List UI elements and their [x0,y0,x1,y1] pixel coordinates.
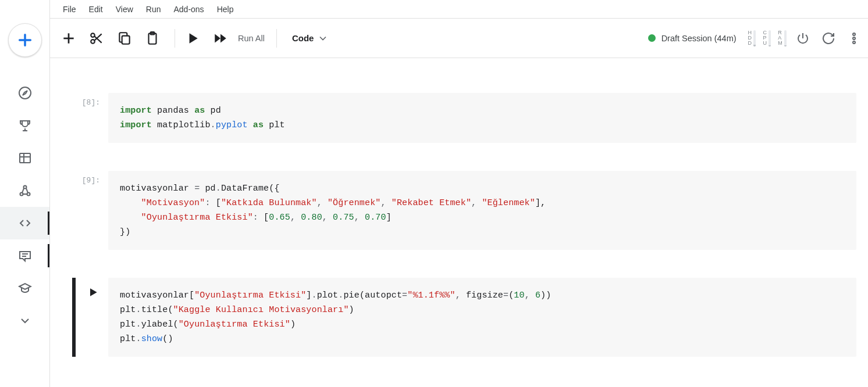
code-cell: [8]:import pandas as pd import matplotli… [50,93,868,171]
menu-bar: File Edit View Run Add-ons Help [50,0,868,18]
fast-forward-icon [213,31,228,46]
sidebar-item-discussions[interactable] [0,239,49,272]
more-vertical-icon [847,31,861,45]
sidebar-item-models[interactable] [0,174,49,207]
cell-type-label: Code [292,33,314,43]
ram-meter[interactable]: RAM [778,30,787,46]
hdd-meter[interactable]: HDD [748,30,756,46]
sidebar-item-code[interactable] [0,207,49,239]
paste-icon [145,31,160,46]
toolbar-separator [175,29,175,48]
code-input[interactable]: motivasyonlar["Oyunlaştırma Etkisi"].plo… [108,278,856,357]
power-button[interactable] [790,26,816,51]
cpu-meter[interactable]: CPU [763,30,771,46]
run-all-button[interactable]: Run All [237,34,271,43]
menu-help[interactable]: Help [211,2,240,16]
sidebar-item-learn[interactable] [0,272,49,304]
code-cell: [9]:motivasyonlar = pd.DataFrame({ "Moti… [50,171,868,278]
plus-icon [61,31,76,46]
svg-point-0 [19,87,31,99]
menu-run[interactable]: Run [140,2,168,16]
fast-forward-button[interactable] [209,27,232,50]
chevron-down-icon [18,314,32,328]
power-icon [796,31,810,45]
code-icon [18,216,32,230]
refresh-icon [821,31,835,45]
svg-marker-21 [220,34,226,42]
sidebar-item-more[interactable] [0,304,49,337]
svg-point-7 [23,186,26,189]
cell-gutter [73,278,108,357]
menu-addons[interactable]: Add-ons [167,2,210,16]
sidebar-item-explore[interactable] [0,77,49,109]
status-dot-icon [648,34,656,42]
svg-point-24 [853,41,855,44]
compass-icon [18,86,32,100]
svg-marker-20 [215,34,220,42]
more-options-button[interactable] [841,26,867,51]
code-input[interactable]: import pandas as pd import matplotlib.py… [108,93,856,143]
menu-view[interactable]: View [109,2,140,16]
session-status[interactable]: Draft Session (44m) [648,34,737,43]
table-icon [18,151,32,165]
code-cell: motivasyonlar["Oyunlaştırma Etkisi"].plo… [50,278,868,385]
copy-button[interactable] [113,27,136,50]
plus-icon [17,32,33,48]
svg-rect-2 [20,153,30,163]
session-label: Draft Session (44m) [661,34,737,43]
sidebar-item-competitions[interactable] [0,109,49,142]
cpu-label: CPU [763,30,767,46]
svg-point-22 [853,33,855,35]
svg-marker-19 [190,33,198,43]
paste-button[interactable] [141,27,164,50]
run-cell-button[interactable] [181,27,204,50]
graduation-cap-icon [18,281,32,295]
sidebar-item-datasets[interactable] [0,142,49,174]
svg-point-23 [853,37,855,40]
svg-rect-16 [122,35,130,44]
cell-type-dropdown[interactable]: Code [287,33,334,44]
run-this-cell-button[interactable] [86,285,100,299]
cell-gutter: [8]: [73,93,108,143]
notebook-area: [8]:import pandas as pd import matplotli… [50,58,868,387]
menu-edit[interactable]: Edit [83,2,109,16]
left-rail [0,0,50,387]
create-button[interactable] [8,23,42,57]
refresh-button[interactable] [816,26,841,51]
trophy-icon [18,119,32,132]
code-input[interactable]: motivasyonlar = pd.DataFrame({ "Motivasy… [108,171,856,250]
copy-icon [117,31,132,46]
add-cell-button[interactable] [57,27,80,50]
play-icon [185,31,200,46]
comment-icon [18,249,32,263]
cut-button[interactable] [85,27,108,50]
svg-marker-25 [90,288,97,296]
menu-file[interactable]: File [56,2,83,16]
toolbar-separator [276,29,277,48]
scissors-icon [89,31,104,46]
chevron-down-icon [317,33,329,44]
model-icon [18,184,32,198]
cell-gutter: [9]: [73,171,108,250]
ram-label: RAM [778,30,782,46]
execution-count: [9]: [73,176,100,185]
hdd-label: HDD [748,30,752,46]
execution-count: [8]: [73,98,100,107]
play-icon [87,286,99,298]
svg-marker-1 [23,91,27,95]
toolbar: Run All Code Draft Session (44m) HDD CPU… [50,18,868,58]
